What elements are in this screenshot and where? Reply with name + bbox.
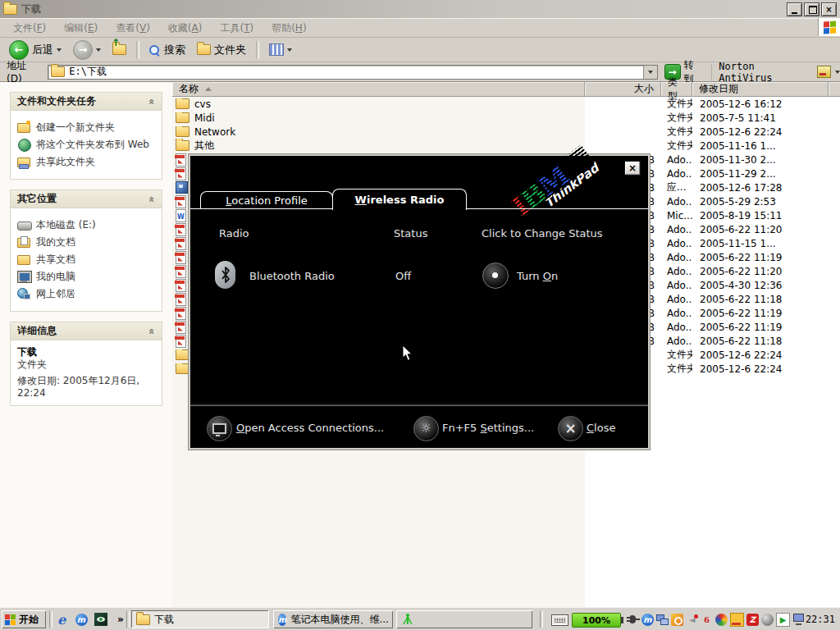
collapse-chevron-icon[interactable]: « (146, 98, 158, 105)
place-link[interactable]: 我的文档 (17, 235, 157, 248)
place-link[interactable]: 我的电脑 (17, 270, 157, 282)
address-bar: 地址(D) E:\下载 → 转到 Norton AntiVirus (0, 62, 840, 82)
views-icon (269, 43, 284, 56)
place-icon (17, 219, 30, 231)
taskbar: 开始 e m » 下载 m 笔记本电脑使用、维... 100% m ◄ (0, 607, 840, 630)
windows-logo (818, 18, 840, 36)
tab-location-profile[interactable]: Location Profile (200, 191, 333, 209)
column-header-size[interactable]: 大小 (585, 82, 661, 97)
forward-button[interactable]: → (69, 39, 105, 62)
tray-icon[interactable]: ◄ (686, 614, 698, 626)
keyboard-layout-icon[interactable] (551, 614, 568, 626)
tray-icon[interactable] (715, 614, 728, 626)
address-dropdown-button[interactable] (643, 66, 657, 79)
tray-icon[interactable]: Z (746, 614, 759, 626)
menu-item[interactable]: 工具(T) (212, 20, 262, 37)
menu-item[interactable]: 文件(F) (5, 20, 54, 37)
task-link[interactable]: 将这个文件夹发布到 Web (17, 138, 157, 150)
forward-dropdown-icon[interactable] (96, 48, 101, 52)
open-access-connections-label[interactable]: Open Access Connections... (236, 422, 384, 434)
menu-item[interactable]: 帮助(H) (263, 20, 314, 37)
views-button[interactable] (265, 42, 296, 57)
tray-icon[interactable] (730, 613, 744, 627)
window-folder-icon (3, 4, 17, 15)
bluetooth-status-value: Off (395, 270, 411, 282)
norton-dropdown-icon[interactable] (835, 71, 840, 74)
file-icon (176, 335, 186, 348)
column-header-type[interactable]: 类型 (661, 82, 692, 97)
file-icon (176, 126, 189, 137)
table-row[interactable]: Network 文件夹 2005-12-6 22:24 (172, 125, 840, 139)
place-link[interactable]: 本地磁盘 (E:) (17, 218, 157, 231)
taskbar-separator (126, 611, 130, 628)
task-link[interactable]: 创建一个新文件夹 (17, 121, 157, 133)
column-header-date[interactable]: 修改日期 (692, 82, 829, 97)
back-button[interactable]: ← 后退 (5, 39, 66, 62)
up-button[interactable]: ↑ (108, 43, 130, 57)
table-row[interactable]: cvs 文件夹 2005-12-6 16:12 (172, 97, 840, 111)
task-button-downloads[interactable]: 下载 (131, 610, 269, 628)
address-input[interactable]: E:\下载 (48, 65, 657, 80)
menu-item[interactable]: 编辑(E) (56, 20, 106, 37)
fn-f5-settings-button[interactable]: ☼ (413, 416, 439, 441)
close-button[interactable]: × (821, 2, 837, 16)
collapse-chevron-icon[interactable]: « (146, 328, 158, 335)
restore-button[interactable] (804, 2, 819, 16)
tray-icon[interactable] (792, 614, 805, 626)
search-button[interactable]: 搜索 (145, 41, 189, 59)
action-column-label: Click to Change Status (482, 227, 603, 240)
other-places-header[interactable]: 其它位置 « (11, 190, 162, 208)
tray-icon[interactable] (761, 614, 774, 626)
collapse-chevron-icon[interactable]: « (146, 196, 158, 203)
details-header[interactable]: 详细信息 « (11, 322, 162, 340)
back-dropdown-icon[interactable] (57, 48, 62, 52)
bluetooth-icon (215, 261, 235, 289)
task-button-notebook-doc[interactable]: m 笔记本电脑使用、维... (273, 610, 393, 628)
tray-icon[interactable]: ▶ (776, 613, 790, 627)
table-row[interactable]: Midi 文件夹 2005-7-5 11:41 (172, 111, 840, 125)
close-x-icon: × (564, 422, 576, 436)
task-link[interactable]: 共享此文件夹 (17, 155, 157, 167)
file-icon (176, 140, 189, 151)
dialog-close-round-button[interactable]: × (558, 416, 583, 441)
tray-icon[interactable] (656, 614, 669, 626)
tray-icon[interactable] (671, 614, 683, 626)
dialog-close-button[interactable]: × (624, 161, 641, 176)
ibm-thinkpad-logo: IBM ThinkPad (508, 144, 602, 227)
table-row[interactable]: 其他 文件夹 2005-11-16 1... (172, 139, 840, 153)
fn-f5-settings-label[interactable]: Fn+F5 Settings... (442, 422, 534, 434)
quick-launch-ie[interactable]: e (54, 612, 69, 627)
tab-wireless-radio[interactable]: Wireless Radio (332, 189, 467, 210)
turn-on-button[interactable] (482, 262, 509, 289)
menu-item[interactable]: 收藏(A) (160, 20, 211, 37)
tray-icon[interactable]: 6 (701, 614, 713, 626)
taskbar-clock[interactable]: 22:31 (806, 614, 835, 625)
mouse-cursor (402, 345, 413, 364)
battery-indicator[interactable]: 100% (572, 613, 621, 628)
close-label[interactable]: Close (587, 422, 615, 434)
start-button[interactable]: 开始 (2, 610, 46, 628)
quick-launch-maxthon[interactable]: m (74, 612, 89, 627)
norton-antivirus-menu[interactable]: Norton AntiVirus (711, 64, 840, 80)
minimize-button[interactable] (787, 2, 802, 16)
turn-on-label[interactable]: Turn On (517, 270, 558, 282)
search-icon (149, 45, 159, 55)
address-label: 地址(D) (7, 59, 41, 84)
place-link[interactable]: 网上邻居 (17, 287, 157, 299)
folders-button[interactable]: 文件夹 (193, 41, 250, 59)
taskbar-separator (540, 611, 543, 628)
views-dropdown-icon[interactable] (287, 48, 292, 52)
place-link[interactable]: 共享文档 (17, 253, 157, 265)
tray-icon[interactable]: m (641, 614, 654, 626)
task-button-wireless[interactable] (396, 610, 532, 628)
open-access-connections-button[interactable] (207, 416, 232, 441)
other-places-panel: 其它位置 « 本地磁盘 (E:) 我的文档 (10, 189, 162, 312)
file-tasks-header[interactable]: 文件和文件夹任务 « (11, 93, 162, 111)
details-folder-name: 下载 (17, 346, 155, 358)
forward-icon: → (73, 40, 93, 60)
start-flag-icon (5, 614, 16, 625)
dialog-footer: Open Access Connections... ☼ Fn+F5 Setti… (190, 405, 648, 448)
column-header-name[interactable]: 名称 (172, 82, 585, 97)
menu-item[interactable]: 查看(V) (107, 20, 158, 37)
quick-launch-viewer[interactable] (94, 612, 108, 627)
